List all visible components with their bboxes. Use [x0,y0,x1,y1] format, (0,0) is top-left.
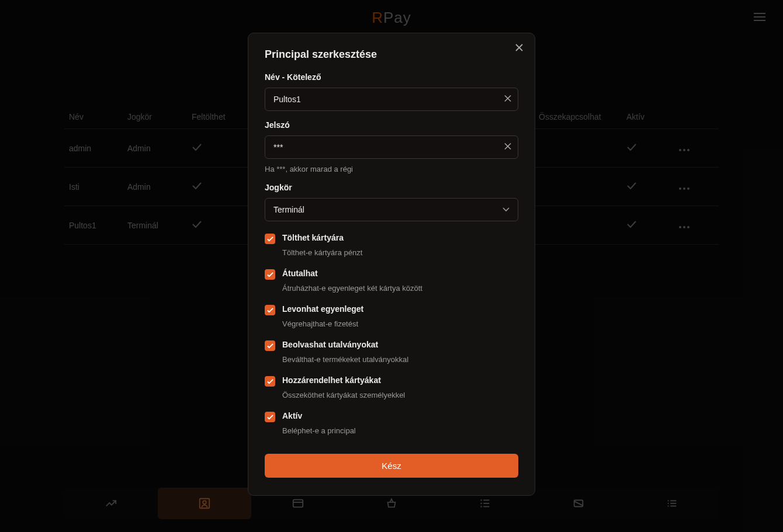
check-topup: Tölthet kártyára [265,233,518,244]
submit-button[interactable]: Kész [265,454,518,478]
checkbox[interactable] [265,412,275,422]
check-voucher: Beolvashat utalványokat [265,340,518,351]
password-label: Jelszó [265,120,518,130]
check-desc: Tölthet-e kártyára pénzt [282,248,518,257]
check-assign-cards: Hozzárendelhet kártyákat [265,375,518,387]
checkbox[interactable] [265,234,275,244]
check-label: Tölthet kártyára [282,233,344,242]
password-helper: Ha ***, akkor marad a régi [265,165,518,173]
role-selected: Terminál [273,205,304,214]
clear-icon[interactable] [504,95,511,104]
name-input[interactable] [265,88,518,111]
checkbox-group: Tölthet kártyára Tölthet-e kártyára pénz… [265,233,518,435]
clear-icon[interactable] [504,143,511,152]
check-desc: Beválthat-e termékeket utalványokkal [282,355,518,364]
check-transfer: Átutalhat [265,269,518,280]
modal-title: Principal szerkesztése [265,48,518,61]
checkbox[interactable] [265,305,275,315]
check-label: Beolvashat utalványokat [282,340,378,349]
check-label: Átutalhat [282,269,318,278]
close-icon[interactable] [515,44,523,53]
check-label: Levonhat egyenleget [282,304,363,314]
password-input[interactable] [265,135,518,159]
password-input-wrap [265,135,518,159]
name-label: Név - Kötelező [265,72,518,82]
checkbox[interactable] [265,376,275,387]
checkbox[interactable] [265,269,275,280]
check-deduct: Levonhat egyenleget [265,304,518,315]
check-active: Aktív [265,411,518,422]
check-desc: Beléphet-e a principal [282,426,518,435]
edit-principal-modal: Principal szerkesztése Név - Kötelező Je… [248,33,535,496]
check-desc: Átruházhat-e egyenleget két kártya közöt… [282,284,518,293]
modal-overlay[interactable]: Principal szerkesztése Név - Kötelező Je… [0,0,783,532]
check-label: Hozzárendelhet kártyákat [282,375,381,385]
checkbox[interactable] [265,340,275,351]
chevron-down-icon [503,206,510,214]
check-desc: Összeköthet kártyákat személyekkel [282,391,518,399]
check-desc: Végrehajthat-e fizetést [282,319,518,328]
check-label: Aktív [282,411,302,420]
role-select[interactable]: Terminál [265,198,518,221]
role-select-wrap: Terminál [265,198,518,221]
role-label: Jogkör [265,183,518,192]
name-input-wrap [265,88,518,111]
